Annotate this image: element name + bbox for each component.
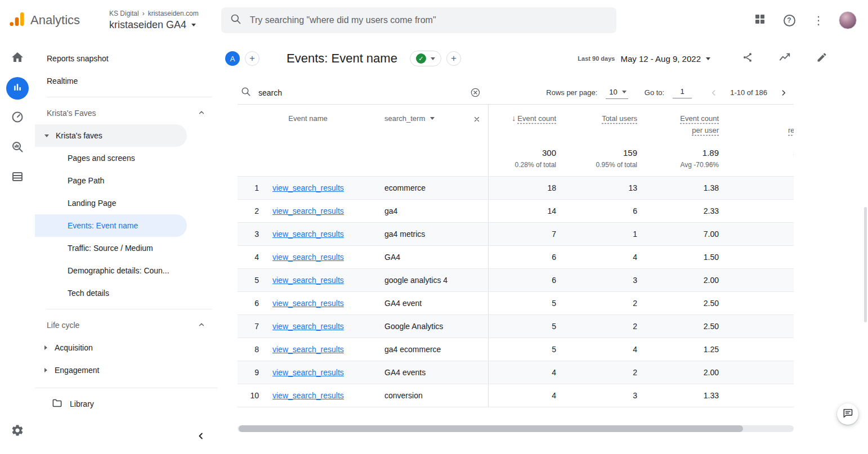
caret-down-icon xyxy=(430,117,435,120)
event-count-cell: 14 xyxy=(489,206,561,215)
feedback-button[interactable] xyxy=(837,403,858,425)
nav-advertising-button[interactable] xyxy=(6,107,29,129)
event-name-link[interactable]: view_search_results xyxy=(272,183,344,192)
caret-down-icon xyxy=(431,57,435,60)
search-term-cell: conversion xyxy=(378,384,489,407)
sidebar-item-landing-page[interactable]: Landing Page xyxy=(35,192,187,214)
nav-reports-button[interactable] xyxy=(6,77,29,100)
horizontal-scrollbar[interactable] xyxy=(238,425,794,432)
event-name-link[interactable]: view_search_results xyxy=(272,368,344,377)
event-name-link[interactable]: view_search_results xyxy=(272,206,344,215)
sidebar-section-faves[interactable]: Krista's Faves xyxy=(35,102,218,124)
nav-configure-button[interactable] xyxy=(6,167,29,189)
apps-grid-button[interactable] xyxy=(749,9,771,32)
analytics-logo[interactable]: Analytics xyxy=(0,10,109,30)
insights-button[interactable] xyxy=(773,47,796,70)
edit-button[interactable] xyxy=(811,47,833,70)
total-users-cell: 2 xyxy=(561,322,642,331)
nav-home-button[interactable] xyxy=(6,47,29,70)
global-search-bar[interactable] xyxy=(221,7,616,33)
horizontal-scrollbar-thumb[interactable] xyxy=(239,425,743,432)
account-button[interactable] xyxy=(836,9,859,32)
add-report-item-button[interactable]: + xyxy=(446,51,461,66)
share-button[interactable] xyxy=(736,47,759,70)
chevron-down-icon xyxy=(191,24,196,26)
sidebar-item-demographic-details[interactable]: Demographic details: Coun... xyxy=(35,259,187,282)
breadcrumb-separator: › xyxy=(142,10,145,17)
sidebar-section-life-cycle[interactable]: Life cycle xyxy=(35,314,218,336)
table-controls: Rows per page: 10 Go to: 1-10 of 186 xyxy=(238,81,794,105)
nav-explore-button[interactable] xyxy=(6,137,29,159)
add-comparison-button[interactable]: + xyxy=(245,51,259,66)
reports-sidebar: Reports snapshot Realtime Krista's Faves… xyxy=(35,41,218,454)
sidebar-item-traffic-source-medium[interactable]: Traffic: Source / Medium xyxy=(35,237,187,259)
sidebar-item-pages-and-screens[interactable]: Pages and screens xyxy=(35,147,187,169)
event-name-link[interactable]: view_search_results xyxy=(272,299,344,308)
row-index: 3 xyxy=(238,230,266,239)
totals-event-count: 300 0.28% of total xyxy=(489,142,561,176)
event-count-cell: 7 xyxy=(489,230,561,239)
chevron-up-icon xyxy=(198,109,205,118)
folder-icon xyxy=(52,398,62,410)
column-header-total-users[interactable]: Total users xyxy=(561,105,642,142)
column-header-event-count[interactable]: ↓Event count xyxy=(489,105,561,142)
comparison-avatar[interactable]: A xyxy=(225,51,240,66)
previous-page-button[interactable] xyxy=(706,85,722,101)
table-search-input[interactable] xyxy=(258,88,463,97)
event-name-link[interactable]: view_search_results xyxy=(272,230,344,239)
nav-rail xyxy=(0,41,35,454)
event-count-cell: 18 xyxy=(489,183,561,192)
sidebar-item-library[interactable]: Library xyxy=(35,393,218,415)
home-icon xyxy=(11,51,24,66)
insights-icon xyxy=(778,51,791,66)
sidebar-item-tech-details[interactable]: Tech details xyxy=(35,282,187,304)
report-status-dropdown[interactable]: ✓ xyxy=(410,51,441,66)
event-count-cell: 5 xyxy=(489,299,561,308)
goto-page-input[interactable] xyxy=(673,87,692,98)
more-options-button[interactable]: ⋮ xyxy=(807,9,830,32)
table-search-box[interactable] xyxy=(238,87,489,98)
remove-dimension-button[interactable] xyxy=(473,115,481,123)
column-header-total-revenue[interactable]: Total revenue xyxy=(723,105,794,142)
help-button[interactable]: ? xyxy=(778,9,800,32)
sidebar-group-kristas-faves[interactable]: Krista's faves xyxy=(35,124,187,147)
event-name-link[interactable]: view_search_results xyxy=(272,253,344,262)
goto-label: Go to: xyxy=(645,88,664,97)
property-selector[interactable]: KS Digital › kristaseiden.com kristaseid… xyxy=(109,10,199,31)
event-name-link[interactable]: view_search_results xyxy=(272,322,344,331)
rows-per-page-select[interactable]: 10 xyxy=(606,87,628,99)
secondary-dimension-dropdown[interactable]: search_term xyxy=(384,114,435,123)
explore-search-icon xyxy=(11,140,24,156)
event-count-cell: 4 xyxy=(489,391,561,400)
sidebar-item-engagement[interactable]: Engagement xyxy=(35,359,218,381)
sidebar-item-realtime[interactable]: Realtime xyxy=(35,70,218,92)
sidebar-item-page-path[interactable]: Page Path xyxy=(35,169,187,192)
sidebar-item-reports-snapshot[interactable]: Reports snapshot xyxy=(35,47,218,70)
pencil-icon xyxy=(816,52,827,65)
event-name-link[interactable]: view_search_results xyxy=(272,345,344,354)
row-index: 8 xyxy=(238,345,266,354)
date-range-picker[interactable]: May 12 - Aug 9, 2022 xyxy=(620,54,710,64)
search-term-cell: ga4 ecommerce xyxy=(378,338,489,361)
revenue-cell: $0.00 xyxy=(723,322,794,331)
event-name-link[interactable]: view_search_results xyxy=(272,276,344,285)
next-page-button[interactable] xyxy=(776,85,791,101)
sidebar-item-events-event-name[interactable]: Events: Event name xyxy=(35,214,187,237)
pagination-controls: Rows per page: 10 Go to: 1-10 of 186 xyxy=(489,85,794,101)
nav-admin-button[interactable] xyxy=(6,420,29,443)
total-users-cell: 1 xyxy=(561,230,642,239)
rows-per-page-label: Rows per page: xyxy=(546,88,597,97)
collapse-sidebar-button[interactable] xyxy=(191,427,211,447)
table-row: 10 view_search_results conversion 4 3 1.… xyxy=(238,384,794,407)
per-user-cell: 1.33 xyxy=(642,391,723,400)
table-totals-row: 300 0.28% of total 159 0.95% of total 1.… xyxy=(238,142,794,177)
column-header-event-count-per-user[interactable]: Event count per user xyxy=(642,105,723,142)
global-search-input[interactable] xyxy=(250,15,607,25)
table-row: 6 view_search_results GA4 event 5 2 2.50… xyxy=(238,292,794,315)
event-name-link[interactable]: view_search_results xyxy=(272,391,344,400)
apps-grid-icon xyxy=(755,14,765,26)
clear-search-button[interactable] xyxy=(470,87,481,98)
sidebar-item-acquisition[interactable]: Acquisition xyxy=(35,336,218,359)
table-row: 2 view_search_results ga4 14 6 2.33 $0.0… xyxy=(238,200,794,223)
vertical-scrollbar[interactable] xyxy=(864,207,867,322)
